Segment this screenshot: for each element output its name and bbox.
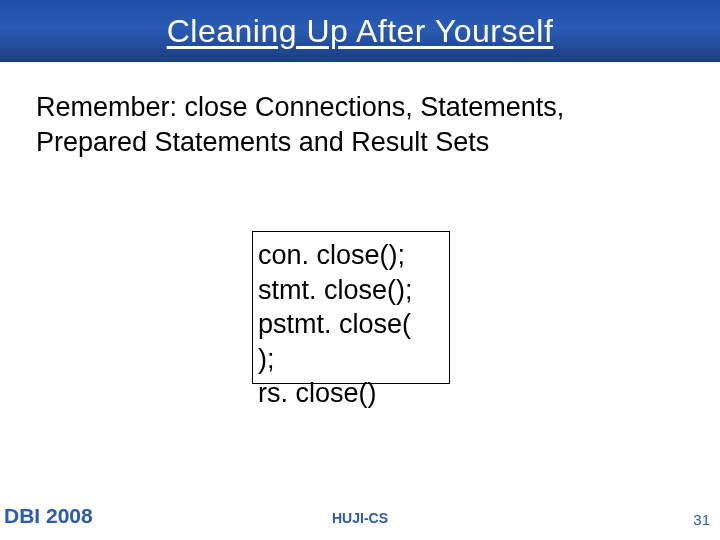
code-line-1: con. close(); xyxy=(258,238,458,273)
title-bar: Cleaning Up After Yourself xyxy=(0,0,720,62)
code-line-5: rs. close() xyxy=(258,376,458,411)
body-line-2: Prepared Statements and Result Sets xyxy=(36,125,684,160)
slide-title: Cleaning Up After Yourself xyxy=(167,13,554,50)
body-line-1: Remember: close Connections, Statements, xyxy=(36,90,684,125)
footer-page-number: 31 xyxy=(693,511,710,528)
code-line-4: ); xyxy=(258,342,458,377)
footer-center: HUJI-CS xyxy=(0,510,720,526)
code-line-3: pstmt. close( xyxy=(258,307,458,342)
slide: Cleaning Up After Yourself Remember: clo… xyxy=(0,0,720,540)
code-line-2: stmt. close(); xyxy=(258,273,458,308)
body-text: Remember: close Connections, Statements,… xyxy=(36,90,684,159)
code-block: con. close(); stmt. close(); pstmt. clos… xyxy=(258,238,458,411)
